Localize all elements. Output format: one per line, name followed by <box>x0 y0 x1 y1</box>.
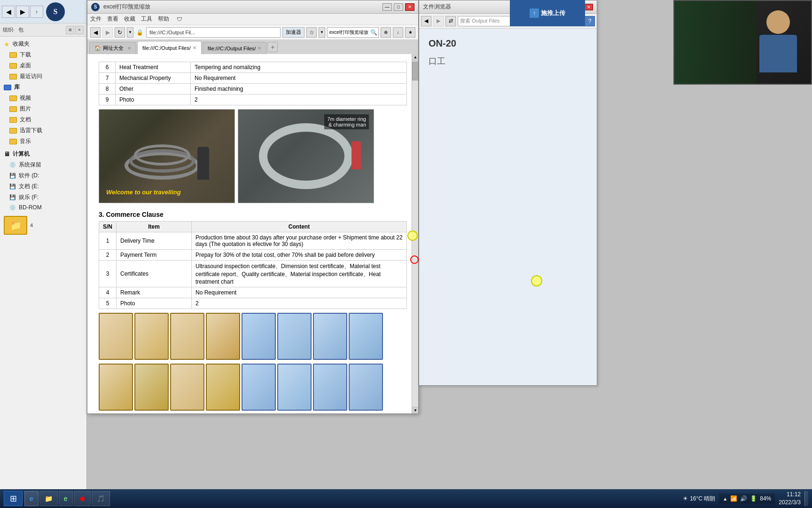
home-icon: 🏠 <box>94 45 101 51</box>
cert-7 <box>313 313 347 360</box>
tab1[interactable]: file:///C:/Output Files/ ✕ <box>137 41 202 54</box>
menu-tools[interactable]: 工具 <box>141 15 152 23</box>
table-header-row: S/N Item Content <box>99 222 407 232</box>
menu-view[interactable]: 查看 <box>107 15 118 23</box>
right-panel-text2: 口工 <box>424 54 592 69</box>
browser-tabs: 🏠 网址大全 ✕ file:///C:/Output Files/ ✕ file… <box>87 40 418 54</box>
show-desktop-btn[interactable] <box>804 491 808 506</box>
sidebar-item-fdrive[interactable]: 💾 娱乐 (F: <box>0 192 86 203</box>
zoom-bar[interactable]: excel打印预览缩放 🔍 <box>327 27 379 38</box>
sidebar-item-ddrive[interactable]: 💾 软件 (D: <box>0 170 86 181</box>
sidebar-nav: ★ 收藏夹 下载 桌面 最近访问 库 视频 图片 文档 <box>0 37 86 489</box>
cert-9 <box>99 364 133 411</box>
rp-nav-fwd[interactable]: ▶ <box>433 16 444 26</box>
row1-content: Production time about 30 days after your… <box>192 232 407 250</box>
desktop-label: 桌面 <box>20 62 31 70</box>
nav-toolbar: ◀ ▶ ↻ ▼ 🔒 file:///C:/Output Fil... 加速器 ☆… <box>87 25 418 40</box>
refresh-button[interactable]: ↻ <box>115 27 125 38</box>
star-button[interactable]: ★ <box>405 27 415 38</box>
sidebar-item-download[interactable]: 下载 <box>0 49 86 60</box>
sidebar-item-computer[interactable]: 🖥 计算机 <box>0 149 86 159</box>
organize-label[interactable]: 组织· <box>3 26 15 33</box>
forward-button[interactable]: ▶ <box>16 6 29 18</box>
address-bar[interactable]: file:///C:/Output Fil... <box>146 27 281 38</box>
table-row: 5 Photo 2 <box>99 298 407 309</box>
tab2-close-btn[interactable]: ✕ <box>258 46 261 51</box>
sidebar-item-edrive[interactable]: 💾 文档 (E: <box>0 181 86 192</box>
compat-button[interactable]: ⊕ <box>381 27 391 38</box>
sidebar-item-favorites[interactable]: ★ 收藏夹 <box>0 39 86 49</box>
home-tab[interactable]: 🏠 网址大全 ✕ <box>89 42 136 54</box>
maximize-button[interactable]: □ <box>394 3 403 11</box>
browser-content: 6 Heat Treatment Tempering and nomalizin… <box>87 54 418 413</box>
cert-12 <box>206 364 240 411</box>
tab1-close-btn[interactable]: ✕ <box>193 45 196 50</box>
bookmark-button[interactable]: ☆ <box>306 27 317 38</box>
sidebar-item-music[interactable]: 音乐 <box>0 136 86 147</box>
sidebar-item-desktop[interactable]: 桌面 <box>0 60 86 71</box>
rp-nav-back[interactable]: ◀ <box>421 16 431 26</box>
refresh-dropdown[interactable]: ▼ <box>127 27 133 38</box>
sidebar-top-buttons: ◀ ▶ ↑ S <box>0 0 86 24</box>
taskbar-btn-5[interactable]: 🎵 <box>92 491 110 506</box>
sidebar-folder-item[interactable]: 📁 4 <box>0 212 86 236</box>
menu-help[interactable]: 帮助 <box>158 15 169 23</box>
cert-11 <box>170 364 204 411</box>
forward-nav-button[interactable]: ▶ <box>102 27 113 38</box>
bookmark-dropdown[interactable]: ▼ <box>319 27 325 38</box>
pack-label[interactable]: 包 <box>18 26 23 33</box>
notification-text: 施推上传 <box>541 9 565 17</box>
folder-icon-pictures <box>9 106 17 112</box>
ddrive-label: 软件 (D: <box>19 172 39 180</box>
rp-sync[interactable]: ⇄ <box>445 16 456 26</box>
cert-8 <box>349 313 383 360</box>
ie-icon: e <box>30 495 33 502</box>
cert-4 <box>206 313 240 360</box>
back-button[interactable]: ◀ <box>2 6 15 18</box>
rp-close[interactable]: ✕ <box>585 4 593 10</box>
sidebar-item-pictures[interactable]: 图片 <box>0 103 86 114</box>
photo-2: 7m diameter ring& charming man <box>238 109 374 203</box>
sidebar-item-sysdrive[interactable]: 💿 系统保留 <box>0 159 86 170</box>
sidebar-item-library[interactable]: 库 <box>0 82 86 93</box>
taskbar-btn-1[interactable]: e <box>24 491 39 506</box>
sidebar-item-recent[interactable]: 最近访问 <box>0 71 86 82</box>
new-tab-button[interactable]: + <box>267 42 278 52</box>
sidebar-item-bdrom[interactable]: 💿 BD-ROM <box>0 203 86 212</box>
sidebar-item-video[interactable]: 视频 <box>0 93 86 103</box>
help-btn[interactable]: ? <box>585 16 595 26</box>
battery-icon: 🔋 <box>750 495 757 502</box>
scrollbar-thumb[interactable] <box>412 62 418 80</box>
up-arrow-icon: ▲ <box>723 496 727 501</box>
taskbar-start[interactable]: ⊞ <box>4 491 23 506</box>
taskbar-right: ☀ 16°C 晴朗 ▲ 📶 🔊 🔋 84% 11:12 2022/3/3 <box>683 491 808 507</box>
edrive-label: 文档 (E: <box>19 183 39 190</box>
tab1-close[interactable]: ✕ <box>127 46 131 51</box>
scrollbar-down[interactable]: ▼ <box>412 407 418 413</box>
commerce-table: S/N Item Content 1 Delivery Time Product… <box>99 221 407 309</box>
search-label: 搜索 Output Files <box>460 17 500 24</box>
view-btn-2[interactable]: ≡ <box>75 26 84 34</box>
menu-file[interactable]: 文件 <box>90 15 102 23</box>
taskbar-btn-4[interactable]: ⏺ <box>74 491 91 506</box>
menu-favorites[interactable]: 收藏 <box>124 15 135 23</box>
table-row: 7 Mechanical Property No Requirement <box>99 73 407 84</box>
right-panel-text1: ON-20 <box>424 33 592 54</box>
sidebar-item-thunder[interactable]: 迅雷下载 <box>0 125 86 136</box>
minimize-button[interactable]: — <box>383 3 392 11</box>
folder-icon-library <box>4 85 11 90</box>
up-button[interactable]: ↑ <box>30 6 43 18</box>
sidebar-item-docs[interactable]: 文档 <box>0 114 86 125</box>
download-button[interactable]: ↓ <box>393 27 403 38</box>
cursor-large <box>531 275 542 286</box>
back-nav-button[interactable]: ◀ <box>90 27 101 38</box>
home-tab-label: 网址大全 <box>103 45 124 52</box>
view-btn-1[interactable]: ⊞ <box>66 26 74 34</box>
taskbar-btn-2[interactable]: 📁 <box>39 491 58 506</box>
accelerator-button[interactable]: 加速器 <box>282 27 304 38</box>
taskbar-btn-3[interactable]: e <box>59 491 73 506</box>
close-button[interactable]: ✕ <box>405 3 414 11</box>
drive-icon-sys: 💿 <box>9 162 16 168</box>
scrollbar-up[interactable]: ▲ <box>412 54 418 61</box>
tab2[interactable]: file:///C:/Output Files/ ✕ <box>203 42 267 54</box>
